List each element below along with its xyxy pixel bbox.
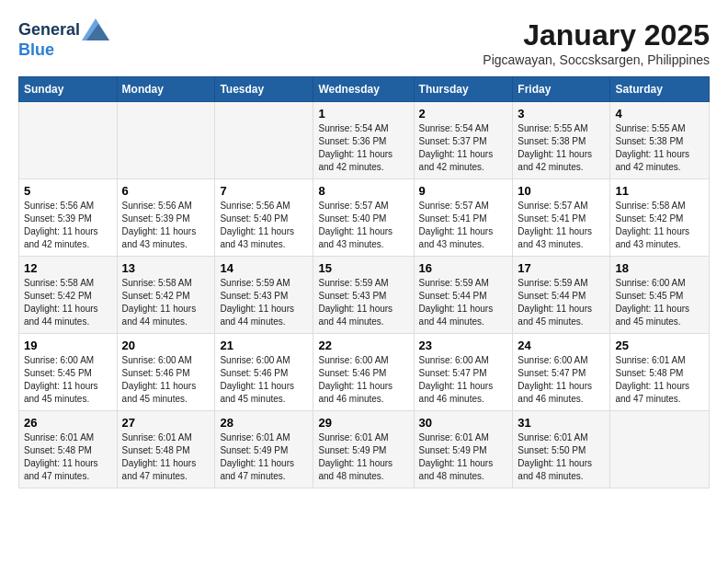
weekday-header-saturday: Saturday xyxy=(610,77,710,102)
calendar-cell: 3Sunrise: 5:55 AM Sunset: 5:38 PM Daylig… xyxy=(513,102,610,179)
day-number: 20 xyxy=(122,339,210,352)
weekday-header-row: SundayMondayTuesdayWednesdayThursdayFrid… xyxy=(19,77,710,102)
calendar-cell: 5Sunrise: 5:56 AM Sunset: 5:39 PM Daylig… xyxy=(19,179,118,257)
calendar-cell xyxy=(215,102,313,179)
calendar-cell: 14Sunrise: 5:59 AM Sunset: 5:43 PM Dayli… xyxy=(215,257,313,334)
day-info: Sunrise: 5:56 AM Sunset: 5:39 PM Dayligh… xyxy=(122,200,210,251)
calendar-cell: 16Sunrise: 5:59 AM Sunset: 5:44 PM Dayli… xyxy=(414,257,513,334)
day-number: 29 xyxy=(318,416,408,430)
calendar-cell: 31Sunrise: 6:01 AM Sunset: 5:50 PM Dayli… xyxy=(513,411,610,488)
day-info: Sunrise: 6:00 AM Sunset: 5:47 PM Dayligh… xyxy=(518,354,605,406)
day-info: Sunrise: 6:00 AM Sunset: 5:46 PM Dayligh… xyxy=(220,354,308,406)
calendar-cell: 7Sunrise: 5:56 AM Sunset: 5:40 PM Daylig… xyxy=(215,179,313,257)
day-info: Sunrise: 6:01 AM Sunset: 5:50 PM Dayligh… xyxy=(518,431,605,483)
day-number: 5 xyxy=(24,184,112,198)
day-number: 11 xyxy=(615,184,704,198)
week-row-3: 12Sunrise: 5:58 AM Sunset: 5:42 PM Dayli… xyxy=(19,257,710,334)
day-info: Sunrise: 5:57 AM Sunset: 5:40 PM Dayligh… xyxy=(318,200,408,251)
day-info: Sunrise: 5:59 AM Sunset: 5:44 PM Dayligh… xyxy=(518,277,605,328)
calendar-cell: 13Sunrise: 5:58 AM Sunset: 5:42 PM Dayli… xyxy=(117,257,215,334)
calendar-cell: 25Sunrise: 6:01 AM Sunset: 5:48 PM Dayli… xyxy=(610,334,710,411)
calendar-cell: 20Sunrise: 6:00 AM Sunset: 5:46 PM Dayli… xyxy=(117,334,215,411)
day-number: 3 xyxy=(518,107,605,121)
calendar-cell: 29Sunrise: 6:01 AM Sunset: 5:49 PM Dayli… xyxy=(313,411,414,488)
day-info: Sunrise: 6:01 AM Sunset: 5:49 PM Dayligh… xyxy=(419,431,508,483)
day-number: 13 xyxy=(122,261,210,275)
day-info: Sunrise: 5:57 AM Sunset: 5:41 PM Dayligh… xyxy=(419,200,508,251)
day-number: 19 xyxy=(24,339,112,352)
day-number: 6 xyxy=(122,184,210,198)
calendar-cell: 2Sunrise: 5:54 AM Sunset: 5:37 PM Daylig… xyxy=(414,102,513,179)
logo: General Blue xyxy=(18,18,111,60)
day-number: 28 xyxy=(220,416,308,430)
calendar-cell: 11Sunrise: 5:58 AM Sunset: 5:42 PM Dayli… xyxy=(610,179,710,257)
logo-blue: Blue xyxy=(18,40,54,59)
calendar-cell: 28Sunrise: 6:01 AM Sunset: 5:49 PM Dayli… xyxy=(215,411,313,488)
calendar-cell: 24Sunrise: 6:00 AM Sunset: 5:47 PM Dayli… xyxy=(513,334,610,411)
day-number: 9 xyxy=(419,184,508,198)
calendar-cell: 12Sunrise: 5:58 AM Sunset: 5:42 PM Dayli… xyxy=(19,257,118,334)
day-number: 14 xyxy=(220,261,308,275)
day-info: Sunrise: 5:56 AM Sunset: 5:40 PM Dayligh… xyxy=(220,200,308,251)
title-block: January 2025 Pigcawayan, Soccsksargen, P… xyxy=(483,18,710,67)
day-info: Sunrise: 5:57 AM Sunset: 5:41 PM Dayligh… xyxy=(518,200,605,251)
calendar-cell: 27Sunrise: 6:01 AM Sunset: 5:48 PM Dayli… xyxy=(117,411,215,488)
weekday-header-thursday: Thursday xyxy=(414,77,513,102)
day-info: Sunrise: 5:54 AM Sunset: 5:36 PM Dayligh… xyxy=(318,122,408,174)
day-info: Sunrise: 6:01 AM Sunset: 5:49 PM Dayligh… xyxy=(220,431,308,483)
calendar-cell: 6Sunrise: 5:56 AM Sunset: 5:39 PM Daylig… xyxy=(117,179,215,257)
day-info: Sunrise: 6:00 AM Sunset: 5:45 PM Dayligh… xyxy=(24,354,112,406)
calendar-cell xyxy=(117,102,215,179)
day-info: Sunrise: 6:01 AM Sunset: 5:48 PM Dayligh… xyxy=(122,431,210,483)
day-info: Sunrise: 5:59 AM Sunset: 5:43 PM Dayligh… xyxy=(318,277,408,328)
day-info: Sunrise: 5:55 AM Sunset: 5:38 PM Dayligh… xyxy=(615,122,704,174)
calendar-cell: 4Sunrise: 5:55 AM Sunset: 5:38 PM Daylig… xyxy=(610,102,710,179)
day-number: 4 xyxy=(615,107,704,121)
calendar-cell xyxy=(19,102,118,179)
week-row-1: 1Sunrise: 5:54 AM Sunset: 5:36 PM Daylig… xyxy=(19,102,710,179)
calendar-cell: 10Sunrise: 5:57 AM Sunset: 5:41 PM Dayli… xyxy=(513,179,610,257)
day-info: Sunrise: 5:56 AM Sunset: 5:39 PM Dayligh… xyxy=(24,200,112,251)
weekday-header-friday: Friday xyxy=(513,77,610,102)
day-number: 30 xyxy=(419,416,508,430)
day-info: Sunrise: 5:59 AM Sunset: 5:44 PM Dayligh… xyxy=(419,277,508,328)
calendar-table: SundayMondayTuesdayWednesdayThursdayFrid… xyxy=(18,76,710,488)
day-number: 15 xyxy=(318,261,408,275)
day-number: 22 xyxy=(318,339,408,352)
calendar-cell: 18Sunrise: 6:00 AM Sunset: 5:45 PM Dayli… xyxy=(610,257,710,334)
calendar-cell: 17Sunrise: 5:59 AM Sunset: 5:44 PM Dayli… xyxy=(513,257,610,334)
day-number: 10 xyxy=(518,184,605,198)
day-number: 1 xyxy=(318,107,408,121)
calendar-cell: 23Sunrise: 6:00 AM Sunset: 5:47 PM Dayli… xyxy=(414,334,513,411)
day-number: 25 xyxy=(615,339,704,352)
day-info: Sunrise: 5:58 AM Sunset: 5:42 PM Dayligh… xyxy=(122,277,210,328)
day-number: 7 xyxy=(220,184,308,198)
weekday-header-wednesday: Wednesday xyxy=(313,77,414,102)
day-number: 27 xyxy=(122,416,210,430)
day-number: 21 xyxy=(220,339,308,352)
calendar-cell: 30Sunrise: 6:01 AM Sunset: 5:49 PM Dayli… xyxy=(414,411,513,488)
day-number: 8 xyxy=(318,184,408,198)
logo-general: General xyxy=(18,20,80,40)
day-number: 23 xyxy=(419,339,508,352)
day-info: Sunrise: 6:01 AM Sunset: 5:48 PM Dayligh… xyxy=(24,431,112,483)
weekday-header-sunday: Sunday xyxy=(19,77,118,102)
weekday-header-tuesday: Tuesday xyxy=(215,77,313,102)
calendar-cell: 8Sunrise: 5:57 AM Sunset: 5:40 PM Daylig… xyxy=(313,179,414,257)
day-number: 16 xyxy=(419,261,508,275)
day-info: Sunrise: 6:00 AM Sunset: 5:45 PM Dayligh… xyxy=(615,277,704,328)
calendar-cell: 26Sunrise: 6:01 AM Sunset: 5:48 PM Dayli… xyxy=(19,411,118,488)
calendar-cell: 21Sunrise: 6:00 AM Sunset: 5:46 PM Dayli… xyxy=(215,334,313,411)
day-number: 24 xyxy=(518,339,605,352)
calendar-cell: 1Sunrise: 5:54 AM Sunset: 5:36 PM Daylig… xyxy=(313,102,414,179)
day-info: Sunrise: 6:00 AM Sunset: 5:46 PM Dayligh… xyxy=(122,354,210,406)
location-title: Pigcawayan, Soccsksargen, Philippines xyxy=(483,52,710,67)
calendar-cell xyxy=(610,411,710,488)
day-info: Sunrise: 6:00 AM Sunset: 5:46 PM Dayligh… xyxy=(318,354,408,406)
month-title: January 2025 xyxy=(483,18,710,52)
day-info: Sunrise: 5:59 AM Sunset: 5:43 PM Dayligh… xyxy=(220,277,308,328)
page-header: General Blue January 2025 Pigcawayan, So… xyxy=(18,18,710,67)
day-info: Sunrise: 5:54 AM Sunset: 5:37 PM Dayligh… xyxy=(419,122,508,174)
day-info: Sunrise: 6:01 AM Sunset: 5:49 PM Dayligh… xyxy=(318,431,408,483)
week-row-5: 26Sunrise: 6:01 AM Sunset: 5:48 PM Dayli… xyxy=(19,411,710,488)
